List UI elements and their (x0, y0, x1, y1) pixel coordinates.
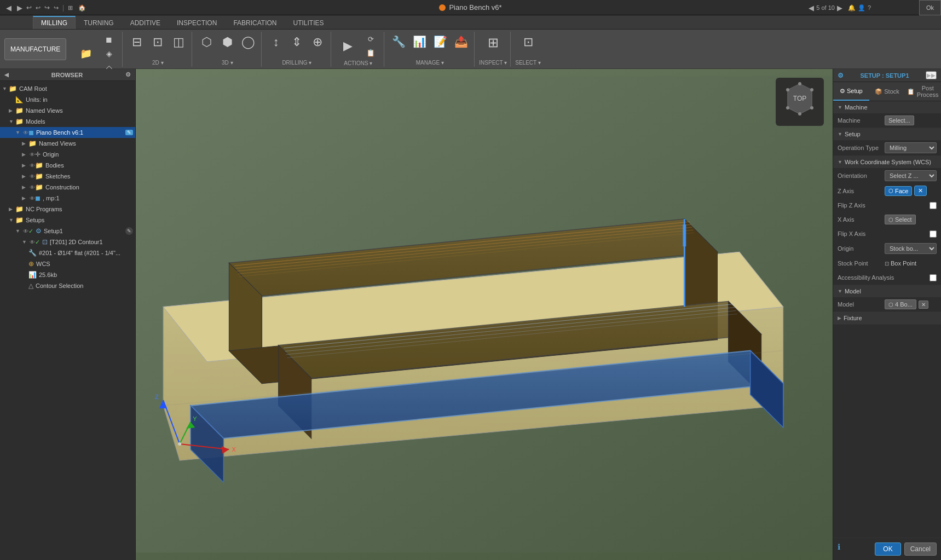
tree-item-bodies[interactable]: ▶ 👁 📁 Bodies (0, 160, 135, 171)
orientation-select[interactable]: Select Z ... (885, 170, 937, 181)
setup-section-header[interactable]: ▼ Setup (833, 128, 941, 140)
origin-select[interactable]: Stock bo... (885, 243, 937, 254)
x-axis-label: X Axis (838, 216, 881, 223)
tab-setup[interactable]: ⚙ Setup (833, 82, 869, 101)
tree-item-construction[interactable]: ▶ 👁 📁 Construction (0, 182, 135, 193)
drill-btn3[interactable]: ⊕ (308, 33, 327, 51)
forward-button[interactable]: ▶ (15, 4, 24, 12)
operation-type-select[interactable]: Milling (885, 142, 937, 153)
tree-item-named-views-child[interactable]: ▶ 📁 Named Views (0, 138, 135, 149)
new-setup-button[interactable]: 📁 (74, 47, 98, 61)
tree-item-named-views-root[interactable]: ▶ 📁 Named Views (0, 105, 135, 116)
sketches-label: Sketches (45, 173, 133, 180)
browser-settings-icon[interactable]: ⚙ (125, 71, 131, 78)
2d-btn1[interactable]: ⊟ (127, 33, 147, 51)
tab-turning[interactable]: TURNING (76, 16, 122, 29)
tree-item-setup1[interactable]: ▼ 👁 ✓ ⚙ Setup1 ✎ (0, 226, 135, 236)
3d-btn2[interactable]: ⬢ (217, 33, 237, 51)
redo-button[interactable]: ↪ (52, 4, 60, 11)
tab-stock[interactable]: 📦 Stock (869, 82, 905, 101)
ribbon-group-drilling: ↕ ⇕ ⊕ DRILLING ▾ (263, 32, 331, 67)
tree-item-setups[interactable]: ▼ 📁 Setups (0, 215, 135, 226)
inspect-btn1[interactable]: ⊞ (481, 33, 505, 53)
2d-btn2[interactable]: ⊡ (148, 33, 168, 51)
manage-btn2[interactable]: 📊 (409, 33, 429, 50)
machine-section-header[interactable]: ▼ Machine (833, 101, 941, 113)
tree-item-nc-programs[interactable]: ▶ 📁 NC Programs (0, 204, 135, 215)
model-section-header[interactable]: ▼ Model (833, 285, 941, 297)
tree-item-size[interactable]: 📊 25.6kb (0, 269, 135, 280)
cancel-button[interactable]: Cancel (904, 542, 937, 556)
tree-item-wcs[interactable]: ⊕ WCS (0, 258, 135, 269)
manage-btn4[interactable]: 📤 (451, 33, 471, 50)
select-btn1[interactable]: ⊡ (516, 33, 540, 51)
flip-z-checkbox[interactable] (930, 202, 937, 209)
wcs-section-header[interactable]: ▼ Work Coordinate System (WCS) (833, 156, 941, 168)
model-select-button[interactable]: ⬡ 4 Bo... (885, 299, 916, 309)
setup1-eye: 👁 (23, 228, 28, 234)
piano-bench-model-icon: ◼ (28, 129, 34, 136)
tool-label: #201 - Ø1/4" flat (#201 - 1/4"... (39, 250, 133, 256)
tree-item-cam-root[interactable]: ▼ 📁 CAM Root (0, 83, 135, 94)
tree-item-sketches[interactable]: ▶ 👁 📁 Sketches (0, 171, 135, 182)
tab-additive[interactable]: ADDITIVE (122, 16, 169, 29)
2d-btn3[interactable]: ◫ (169, 33, 188, 51)
setup-small-btn2[interactable]: ◈ (99, 47, 119, 60)
prev-doc-button[interactable]: ◀ (809, 4, 814, 12)
viewport[interactable]: Z Y X TOP (136, 69, 833, 560)
tree-item-units[interactable]: 📐 Units: in (0, 94, 135, 105)
undo-button[interactable]: ↩ (34, 4, 42, 11)
titlebar: ◀ ▶ ↩ ↩ ↪ ↪ | ⊞ 🏠 Piano Bench v6* ◀ 5 of… (0, 0, 941, 15)
svg-point-41 (786, 106, 789, 109)
manage-btn1[interactable]: 🔧 (389, 33, 408, 50)
model-remove-button[interactable]: ✕ (919, 301, 928, 309)
manage-btn3[interactable]: 📝 (430, 33, 450, 50)
browser-collapse-arrow[interactable]: ◀ (4, 72, 9, 78)
tree-item-contour-selection[interactable]: △ Contour Selection (0, 280, 135, 291)
face-tag-remove-button[interactable]: ✕ (914, 186, 927, 196)
view-cube[interactable]: TOP (776, 78, 824, 126)
ribbon-group-manage: 🔧 📊 📝 📤 MANAGE ▾ (385, 32, 475, 67)
construction-folder-icon: 📁 (35, 183, 43, 191)
models-arrow: ▼ (9, 119, 15, 124)
accessibility-checkbox[interactable] (930, 274, 937, 281)
tab-utilities[interactable]: UTILITIES (285, 16, 332, 29)
setup-small-btn1[interactable]: ◼ (99, 33, 119, 46)
right-panel-expand-button[interactable]: ▶▶ (926, 71, 937, 79)
manufacture-dropdown-button[interactable]: MANUFACTURE (4, 38, 66, 60)
fixture-section-header[interactable]: ▶ Fixture (833, 312, 941, 324)
3d-btn3[interactable]: ◯ (238, 33, 258, 51)
tree-item-contour1[interactable]: ▼ 👁 ✓ ⊡ [T201] 2D Contour1 (0, 236, 135, 247)
manage-icon3: 📝 (434, 35, 447, 48)
drill-btn2[interactable]: ⇕ (287, 33, 307, 51)
setup-buttons: 📁 ◼ ◈ ◇ (74, 33, 119, 74)
tree-item-models[interactable]: ▼ 📁 Models (0, 116, 135, 127)
actions-btn1[interactable]: ▶ (336, 37, 360, 55)
actions-btn2[interactable]: ⟳ (361, 33, 380, 45)
tab-milling[interactable]: MILLING (33, 16, 76, 29)
ok-button[interactable]: OK (875, 542, 900, 556)
grid-button[interactable]: ⊞ (66, 4, 74, 11)
next-doc-button[interactable]: ▶ (837, 4, 842, 12)
tree-item-origin[interactable]: ▶ 👁 ✛ Origin (0, 149, 135, 160)
ok-title-button[interactable]: Ok (919, 0, 941, 15)
drill-btn1[interactable]: ↕ (266, 33, 286, 51)
machine-select-button[interactable]: Select... (885, 116, 914, 125)
svg-text:Y: Y (193, 415, 197, 422)
main-area: ◀ BROWSER ⚙ ▼ 📁 CAM Root 📐 Units: in ▶ (0, 69, 941, 560)
tree-item-tool[interactable]: 🔧 #201 - Ø1/4" flat (#201 - 1/4"... (0, 247, 135, 258)
flip-x-checkbox[interactable] (930, 230, 937, 238)
inspect-group-label: INSPECT ▾ (479, 60, 507, 66)
tab-post-process[interactable]: 📋 Post Process (905, 82, 941, 101)
tree-item-misc[interactable]: ▶ 👁 ◼ , mp:1 (0, 193, 135, 204)
tab-fabrication[interactable]: FABRICATION (225, 16, 285, 29)
misc-label: , mp:1 (43, 195, 133, 201)
3d-btn1[interactable]: ⬡ (197, 33, 216, 51)
wcs-section-title: Work Coordinate System (WCS) (845, 159, 931, 165)
actions-btn3[interactable]: 📋 (361, 47, 380, 59)
back-button[interactable]: ◀ (4, 4, 13, 12)
tree-item-piano-bench[interactable]: ▼ 👁 ◼ Piano Bench v6:1 ✎ (0, 127, 135, 138)
tab-inspection[interactable]: INSPECTION (169, 16, 225, 29)
x-axis-select-button[interactable]: ⬡ Select (885, 215, 916, 224)
home-button[interactable]: 🏠 (77, 4, 88, 11)
